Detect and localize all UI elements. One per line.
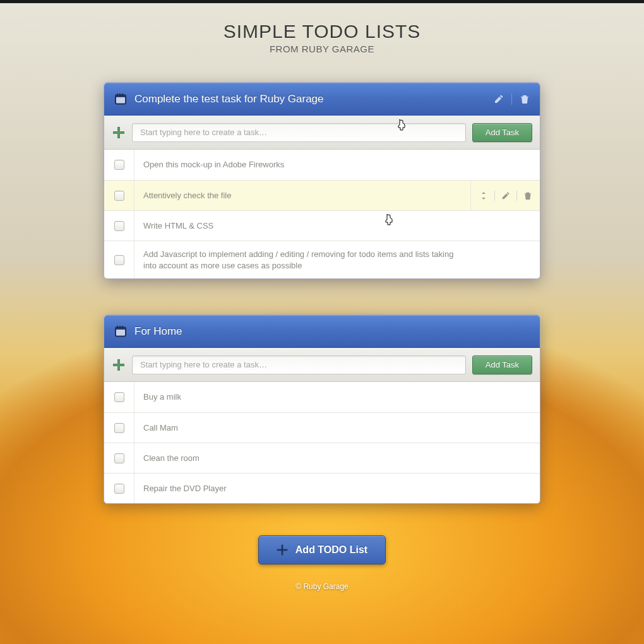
page: SIMPLE TODO LISTS FROM RUBY GARAGE Compl… xyxy=(0,3,644,591)
add-todo-list-label: Add TODO List xyxy=(295,544,367,556)
task-text: Add Javascript to implement adding / edi… xyxy=(134,241,470,278)
separator xyxy=(516,191,517,201)
svg-rect-9 xyxy=(122,326,123,328)
plus-icon xyxy=(277,544,288,556)
task-text: Attentively check the file xyxy=(134,181,470,210)
sort-icon[interactable] xyxy=(479,191,488,200)
add-task-button[interactable]: Add Task xyxy=(472,123,532,142)
todo-list-card: Complete the test task for Ruby GarageAd… xyxy=(104,82,540,279)
task-checkbox[interactable] xyxy=(114,392,124,402)
new-task-input[interactable] xyxy=(132,355,466,374)
list-title: Complete the test task for Ruby Garage xyxy=(134,93,494,105)
task-text: Buy a milk xyxy=(134,382,470,412)
task-checkbox[interactable] xyxy=(114,453,124,463)
task-text: Call Mam xyxy=(134,413,470,443)
task-row[interactable]: Clean the room xyxy=(104,443,540,473)
list-header: Complete the test task for Ruby Garage xyxy=(104,83,540,116)
task-text: Clean the room xyxy=(134,443,470,473)
task-actions xyxy=(470,181,540,210)
task-text: Repair the DVD Player xyxy=(134,474,470,503)
svg-rect-2 xyxy=(117,93,118,96)
task-row[interactable]: Open this mock-up in Adobe Fireworks xyxy=(104,150,540,180)
checkbox-column xyxy=(104,413,134,443)
add-todo-list-button[interactable]: Add TODO List xyxy=(258,535,386,564)
list-title: For Home xyxy=(134,325,530,338)
svg-rect-6 xyxy=(116,330,125,336)
list-header: For Home xyxy=(104,315,540,348)
calendar-icon xyxy=(114,93,127,105)
footer-text: © Ruby Garage xyxy=(0,582,644,591)
task-row[interactable]: Attentively check the file xyxy=(104,180,540,210)
trash-icon[interactable] xyxy=(523,191,532,200)
svg-rect-4 xyxy=(122,93,123,96)
svg-rect-1 xyxy=(116,97,125,104)
task-checkbox[interactable] xyxy=(114,221,124,231)
svg-rect-8 xyxy=(119,326,121,328)
pencil-icon[interactable] xyxy=(494,94,504,104)
add-task-button[interactable]: Add Task xyxy=(472,355,532,374)
pencil-icon[interactable] xyxy=(501,191,510,200)
checkbox-column xyxy=(104,181,134,210)
task-text: Write HTML & CSS xyxy=(134,211,470,241)
list-header-actions xyxy=(494,93,530,105)
separator xyxy=(494,191,495,201)
checkbox-column xyxy=(104,443,134,473)
plus-icon[interactable] xyxy=(112,126,126,140)
add-task-row: Add Task xyxy=(104,116,540,150)
todo-list-card: For HomeAdd TaskBuy a milkCall MamClean … xyxy=(104,314,540,504)
task-row[interactable]: Add Javascript to implement adding / edi… xyxy=(104,241,540,278)
checkbox-column xyxy=(104,150,134,180)
checkbox-column xyxy=(104,382,134,412)
new-task-input[interactable] xyxy=(132,123,466,142)
task-checkbox[interactable] xyxy=(114,255,124,265)
checkbox-column xyxy=(104,474,134,503)
task-text: Open this mock-up in Adobe Fireworks xyxy=(134,150,470,180)
task-row[interactable]: Buy a milk xyxy=(104,382,540,412)
checkbox-column xyxy=(104,211,134,241)
task-row[interactable]: Repair the DVD Player xyxy=(104,473,540,503)
tasks-container: Open this mock-up in Adobe FireworksAtte… xyxy=(104,150,540,278)
task-row[interactable]: Write HTML & CSS xyxy=(104,210,540,241)
trash-icon[interactable] xyxy=(520,94,530,104)
task-checkbox[interactable] xyxy=(114,191,124,201)
separator xyxy=(511,93,512,105)
calendar-icon xyxy=(114,325,127,338)
lists-container: Complete the test task for Ruby GarageAd… xyxy=(0,82,644,504)
svg-rect-3 xyxy=(119,93,121,96)
task-checkbox[interactable] xyxy=(114,160,124,170)
add-task-row: Add Task xyxy=(104,348,540,382)
tasks-container: Buy a milkCall MamClean the roomRepair t… xyxy=(104,382,540,503)
page-subtitle: FROM RUBY GARAGE xyxy=(0,44,644,54)
task-checkbox[interactable] xyxy=(114,423,124,433)
task-row[interactable]: Call Mam xyxy=(104,412,540,443)
svg-rect-7 xyxy=(117,326,118,328)
plus-icon[interactable] xyxy=(112,358,126,372)
task-checkbox[interactable] xyxy=(114,484,124,494)
page-title: SIMPLE TODO LISTS xyxy=(0,21,644,42)
checkbox-column xyxy=(104,241,134,278)
